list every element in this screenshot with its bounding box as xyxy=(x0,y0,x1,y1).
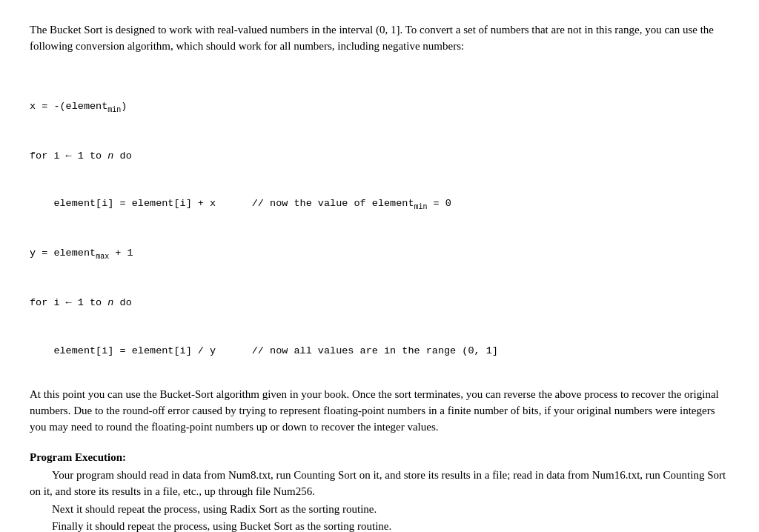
code-line-3: element[i] = element[i] + x // now the v… xyxy=(30,196,729,213)
description-paragraph: At this point you can use the Bucket-Sor… xyxy=(30,387,729,435)
program-execution-p3: Finally it should repeat the process, us… xyxy=(30,519,729,532)
code-line-6: element[i] = element[i] / y // now all v… xyxy=(30,343,729,359)
intro-paragraph: The Bucket Sort is designed to work with… xyxy=(30,22,729,55)
program-execution-heading: Program Execution: xyxy=(30,450,729,466)
code-block: x = -(elementmin) for i ← 1 to n do elem… xyxy=(30,67,729,376)
program-execution-p1: Your program should read in data from Nu… xyxy=(30,468,729,500)
description-text: At this point you can use the Bucket-Sor… xyxy=(30,388,719,433)
intro-text: The Bucket Sort is designed to work with… xyxy=(30,24,714,52)
code-line-5: for i ← 1 to n do xyxy=(30,295,729,311)
code-line-1: x = -(elementmin) xyxy=(30,99,729,116)
program-execution-section: Program Execution: Your program should r… xyxy=(30,450,729,532)
code-line-2: for i ← 1 to n do xyxy=(30,148,729,164)
code-line-4: y = elementmax + 1 xyxy=(30,245,729,263)
program-execution-p2: Next it should repeat the process, using… xyxy=(30,502,729,518)
